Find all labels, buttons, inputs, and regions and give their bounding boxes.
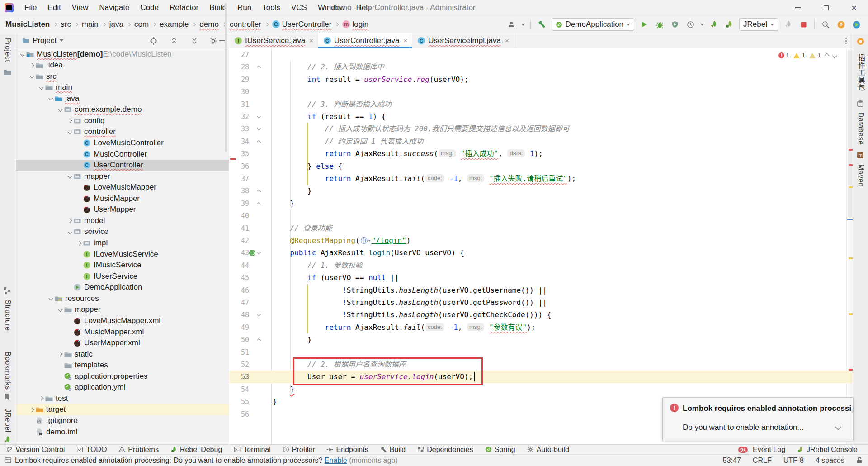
toolwindow-problems[interactable]: Problems — [113, 445, 165, 454]
code-line-46[interactable]: 46!StringUtils.hasLength(userVO.getUsern… — [229, 284, 854, 297]
breadcrumb-item-usercontroller[interactable]: CUserController — [272, 20, 332, 29]
previous-problem-icon[interactable] — [824, 53, 829, 58]
tree-item-.idea[interactable]: .idea — [16, 60, 229, 71]
code-line-42[interactable]: 42@RequestMapping("/login") — [229, 234, 854, 247]
code-line-31[interactable]: 31// 3. 判断是否插入成功 — [229, 98, 854, 111]
tool-stripe-database[interactable]: Database — [853, 109, 868, 148]
chevron-collapsed-icon[interactable] — [58, 352, 62, 357]
toolwindow-build[interactable]: Build — [374, 445, 412, 454]
menu-view[interactable]: View — [66, 0, 94, 15]
tree-item-src[interactable]: src — [16, 71, 229, 82]
tree-item-resources[interactable]: resources — [16, 293, 229, 304]
menu-vcs[interactable]: VCS — [286, 0, 312, 15]
search-everywhere-icon[interactable] — [820, 19, 831, 30]
chevron-collapsed-icon[interactable] — [77, 241, 81, 245]
breadcrumb-item-musiclisten[interactable]: MusicListen — [5, 20, 50, 29]
chevron-expanded-icon[interactable] — [29, 74, 34, 79]
toolwindow-spring[interactable]: Spring — [479, 445, 521, 454]
panel-settings-gear-icon[interactable] — [209, 33, 217, 48]
toolwindow-dependencies[interactable]: Dependencies — [411, 445, 479, 454]
chevron-expanded-icon[interactable] — [67, 230, 72, 234]
chevron-expanded-icon[interactable] — [58, 107, 62, 112]
code-line-27[interactable]: 27 — [229, 48, 854, 61]
project-view-selector[interactable]: Project — [16, 36, 63, 45]
profiler-icon[interactable] — [685, 19, 696, 30]
code-line-29[interactable]: 29int result = userService.reg(userVO); — [229, 73, 854, 86]
close-button[interactable]: × — [840, 0, 868, 15]
user-account-icon[interactable] — [506, 19, 517, 30]
tool-stripe-bookmarks[interactable]: Bookmarks — [0, 350, 15, 391]
editor-tab-usercontroller-java[interactable]: CUserController.java× — [318, 33, 412, 48]
code-line-39[interactable]: 39} — [229, 197, 854, 210]
chevron-collapsed-icon[interactable] — [29, 407, 34, 412]
tree-item-demo.iml[interactable]: demo.iml — [16, 426, 229, 437]
fold-marker-icon[interactable] — [257, 114, 261, 119]
build-hammer-icon[interactable] — [536, 19, 547, 30]
code-line-41[interactable]: 41// 登录功能 — [229, 222, 854, 235]
code-line-35[interactable]: 35return AjaxResult.success(msg: "插入成功",… — [229, 147, 854, 160]
code-line-49[interactable]: 49return AjaxResult.fail(code: -1, msg: … — [229, 321, 854, 334]
chevron-expanded-icon[interactable] — [58, 307, 62, 312]
editor-tab-userserviceimpl-java[interactable]: CUserServiceImpl.java× — [412, 33, 514, 48]
tree-item-application.yml[interactable]: application.yml — [16, 382, 229, 393]
notification-expand-icon[interactable] — [835, 424, 841, 430]
tree-item-impl[interactable]: impl — [16, 238, 229, 249]
tree-item-imusicservice[interactable]: IIMusicService — [16, 260, 229, 271]
tree-item-.gitignore[interactable]: .gitignore — [16, 415, 229, 426]
spring-mapping-gutter-icon[interactable] — [249, 250, 255, 256]
expand-all-icon[interactable] — [191, 33, 198, 48]
jrebel-run-icon[interactable] — [708, 19, 719, 30]
fold-marker-icon[interactable] — [257, 202, 261, 206]
file-encoding[interactable]: UTF-8 — [783, 456, 804, 465]
menu-build[interactable]: Build — [204, 0, 232, 15]
tree-item-musicmapper[interactable]: MusicMapper — [16, 193, 229, 204]
code-line-36[interactable]: 36} else { — [229, 160, 854, 173]
tree-item-musiclisten[interactable]: MusicListen [demo] E:\code\MusicListen — [16, 48, 229, 60]
breadcrumb-item-src[interactable]: src — [61, 20, 71, 29]
toolwindow-terminal[interactable]: Terminal — [228, 445, 276, 454]
user-dropdown-icon[interactable] — [521, 24, 525, 26]
tree-scrollbar[interactable] — [225, 3, 227, 152]
breadcrumb-item-java[interactable]: java — [109, 20, 123, 29]
bookmark-icon[interactable] — [3, 393, 12, 402]
jrebel-select[interactable]: JRebel — [739, 18, 778, 31]
menu-run[interactable]: Run — [232, 0, 257, 15]
tool-stripe-project[interactable]: Project — [0, 35, 15, 66]
chevron-collapsed-icon[interactable] — [39, 396, 43, 401]
ide-feature-icon[interactable] — [851, 19, 862, 30]
code-editor[interactable]: !1 1 1 2728// 2. 插入到数据库中29int result = u… — [229, 48, 854, 444]
breadcrumb-item-login[interactable]: mlogin — [342, 20, 368, 29]
readonly-lock-icon[interactable] — [856, 457, 863, 464]
fold-marker-icon[interactable] — [257, 338, 261, 343]
database-icon[interactable] — [857, 100, 866, 109]
toolwindow-todo[interactable]: TODO — [71, 445, 113, 454]
tab-close-icon[interactable]: × — [309, 37, 313, 44]
jrebel-debug-icon[interactable] — [724, 19, 735, 30]
request-method-inlay-icon[interactable] — [361, 237, 371, 244]
update-icon[interactable] — [835, 19, 846, 30]
tab-close-icon[interactable]: × — [505, 37, 509, 44]
event-log-button[interactable]: 9+ Event Log — [732, 446, 791, 454]
chevron-expanded-icon[interactable] — [48, 96, 53, 101]
tool-stripe-plugin[interactable]: 插件工具包 — [853, 48, 868, 97]
locate-file-icon[interactable] — [150, 33, 157, 48]
chevron-collapsed-icon[interactable] — [67, 119, 72, 123]
tree-item-lovemusiccontroller[interactable]: CLoveMusicController — [16, 137, 229, 148]
code-line-40[interactable]: 40 — [229, 209, 854, 222]
breadcrumb-item-demo[interactable]: demo — [199, 20, 219, 29]
code-line-28[interactable]: 28// 2. 插入到数据库中 — [229, 61, 854, 73]
run-with-coverage-icon[interactable] — [670, 19, 680, 30]
breadcrumb-item-main[interactable]: main — [82, 20, 99, 29]
chevron-expanded-icon[interactable] — [48, 296, 53, 301]
tree-item-model[interactable]: model — [16, 215, 229, 226]
tree-item-ilovemusicservice[interactable]: IILoveMusicService — [16, 248, 229, 260]
code-line-44[interactable]: 44// 1. 参数校验 — [229, 259, 854, 272]
menu-file[interactable]: File — [19, 0, 42, 15]
menu-code[interactable]: Code — [135, 0, 164, 15]
chevron-expanded-icon[interactable] — [67, 174, 72, 179]
chevron-expanded-icon[interactable] — [20, 52, 24, 57]
lombok-notification[interactable]: ! Lombok requires enabled annotation pro… — [662, 397, 854, 441]
chevron-expanded-icon[interactable] — [39, 85, 43, 90]
tree-item-musicmapper.xml[interactable]: MusicMapper.xml — [16, 326, 229, 338]
tree-item-target[interactable]: target — [16, 404, 229, 415]
